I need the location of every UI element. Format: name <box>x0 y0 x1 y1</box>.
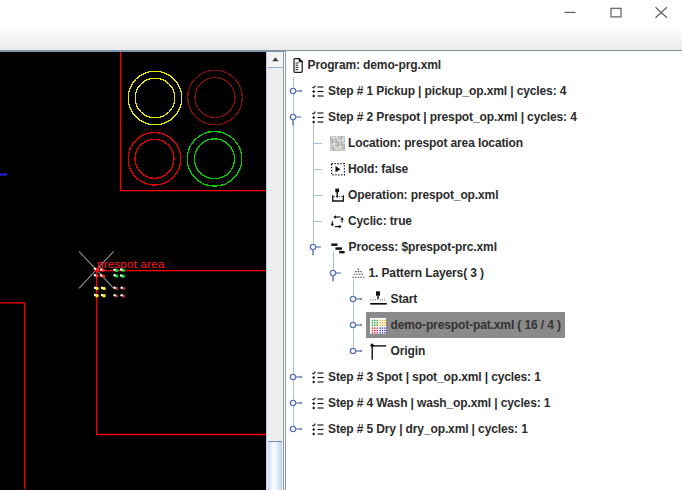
svg-text:prespot area: prespot area <box>97 258 165 270</box>
